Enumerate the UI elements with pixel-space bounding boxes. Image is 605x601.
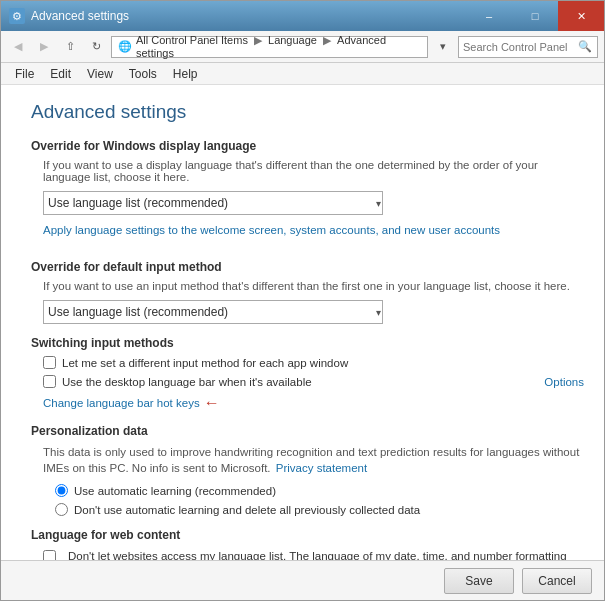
display-language-select[interactable]: Use language list (recommended) [43,191,383,215]
personalization-desc: This data is only used to improve handwr… [31,444,584,476]
title-bar-buttons: – □ ✕ [466,1,604,31]
options-link[interactable]: Options [544,376,584,388]
up-button[interactable]: ⇧ [59,36,81,58]
address-breadcrumb: All Control Panel Items ▶ Language ▶ Adv… [136,34,421,59]
menu-bar: File Edit View Tools Help [1,63,604,85]
save-button[interactable]: Save [444,568,514,594]
address-field: 🌐 All Control Panel Items ▶ Language ▶ A… [111,36,428,58]
radio-row-no-learning: Don't use automatic learning and delete … [31,503,584,516]
window-icon: ⚙ [9,8,25,24]
radio-no-learning-label: Don't use automatic learning and delete … [74,504,420,516]
window: ⚙ Advanced settings – □ ✕ ◀ ▶ ⇧ ↻ 🌐 All … [0,0,605,601]
section-personalization-title: Personalization data [31,424,584,438]
section-web-content-title: Language for web content [31,528,584,542]
address-bar: ◀ ▶ ⇧ ↻ 🌐 All Control Panel Items ▶ Lang… [1,31,604,63]
maximize-button[interactable]: □ [512,1,558,31]
checkbox-web-language-label: Don't let websites access my language li… [68,548,584,560]
checkbox-row-different-input: Let me set a different input method for … [31,356,584,369]
refresh-button[interactable]: ↻ [85,36,107,58]
checkbox-desktop-bar[interactable] [43,375,56,388]
checkbox-desktop-bar-label: Use the desktop language bar when it's a… [62,376,312,388]
address-dropdown-button[interactable]: ▾ [432,36,454,58]
section-display-language-desc: If you want to use a display language th… [31,159,584,183]
title-bar-title: Advanced settings [31,9,129,23]
checkbox-row-web-language: Don't let websites access my language li… [31,548,584,560]
menu-file[interactable]: File [7,65,42,83]
section-default-input-desc: If you want to use an input method that'… [31,280,584,292]
checkbox-different-input-label: Let me set a different input method for … [62,357,348,369]
checkbox-row-desktop-bar: Use the desktop language bar when it's a… [31,375,584,388]
checkbox-different-input[interactable] [43,356,56,369]
section-switching-input: Switching input methods Let me set a dif… [31,336,584,412]
minimize-button[interactable]: – [466,1,512,31]
back-button[interactable]: ◀ [7,36,29,58]
red-arrow-icon: ← [204,394,220,412]
section-default-input-title: Override for default input method [31,260,584,274]
close-button[interactable]: ✕ [558,1,604,31]
search-field: 🔍 [458,36,598,58]
checkbox-web-language[interactable] [43,550,56,560]
section-default-input: Override for default input method If you… [31,260,584,324]
title-bar: ⚙ Advanced settings – □ ✕ [1,1,604,31]
content-area: Advanced settings Override for Windows d… [1,85,604,560]
section-display-language-title: Override for Windows display language [31,139,584,153]
section-switching-title: Switching input methods [31,336,584,350]
menu-edit[interactable]: Edit [42,65,79,83]
page-title: Advanced settings [31,101,584,123]
cancel-button[interactable]: Cancel [522,568,592,594]
forward-button[interactable]: ▶ [33,36,55,58]
bottom-bar: Save Cancel [1,560,604,600]
menu-tools[interactable]: Tools [121,65,165,83]
menu-view[interactable]: View [79,65,121,83]
display-language-select-wrapper: Use language list (recommended) ▾ [31,191,584,215]
breadcrumb-icon: 🌐 [118,40,132,53]
section-web-content: Language for web content Don't let websi… [31,528,584,560]
default-input-select[interactable]: Use language list (recommended) [43,300,383,324]
radio-auto-learning-label: Use automatic learning (recommended) [74,485,276,497]
title-bar-left: ⚙ Advanced settings [9,8,129,24]
section-display-language: Override for Windows display language If… [31,139,584,248]
menu-help[interactable]: Help [165,65,206,83]
default-input-select-wrapper: Use language list (recommended) ▾ [31,300,584,324]
radio-no-learning[interactable] [55,503,68,516]
radio-row-auto-learning: Use automatic learning (recommended) [31,484,584,497]
search-icon[interactable]: 🔍 [578,40,592,53]
radio-auto-learning[interactable] [55,484,68,497]
section-personalization: Personalization data This data is only u… [31,424,584,516]
apply-language-settings-link[interactable]: Apply language settings to the welcome s… [31,224,500,236]
privacy-statement-link[interactable]: Privacy statement [274,462,367,474]
search-input[interactable] [463,41,578,53]
change-hotkeys-link[interactable]: Change language bar hot keys [43,397,200,409]
change-hotkeys-row: Change language bar hot keys ← [31,394,584,412]
